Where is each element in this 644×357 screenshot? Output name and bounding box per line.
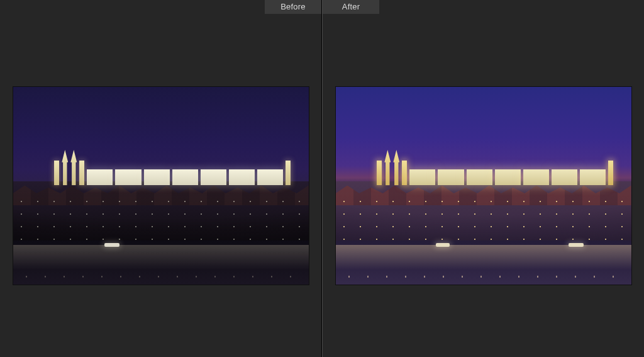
after-pane: After	[322, 0, 644, 357]
before-image	[13, 87, 309, 285]
after-canvas[interactable]	[323, 14, 644, 357]
before-after-compare: Before After	[0, 0, 644, 357]
after-tab[interactable]: After	[323, 0, 379, 14]
before-tab[interactable]: Before	[265, 0, 321, 14]
before-canvas[interactable]	[0, 14, 321, 357]
after-image	[336, 87, 631, 285]
before-pane: Before	[0, 0, 322, 357]
